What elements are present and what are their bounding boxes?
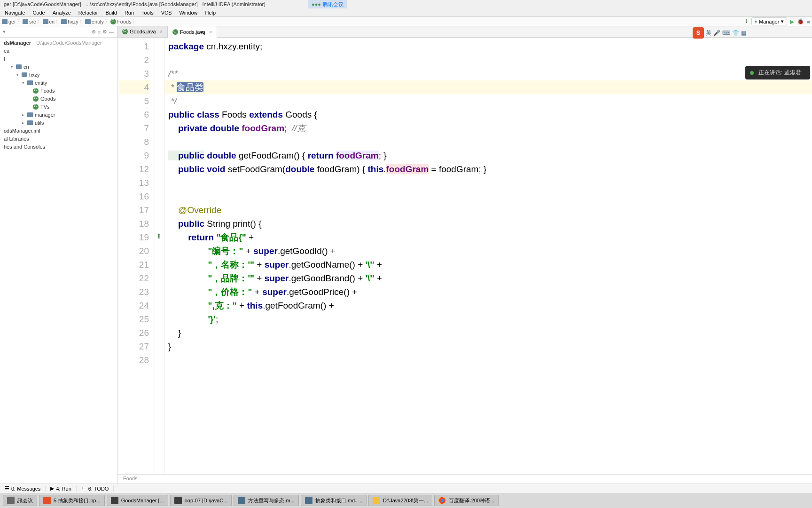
messages-icon: ☰ <box>5 485 9 492</box>
ime-toolbar[interactable]: S 英 🎤 ⌨ 👕 ▦ <box>693 27 746 39</box>
app-icon <box>373 497 380 504</box>
app-icon <box>238 497 245 504</box>
gutter-markers: ⬆ <box>155 38 164 474</box>
class-icon <box>122 29 128 34</box>
tree-manager[interactable]: ▸manager <box>2 111 115 119</box>
app-icon <box>438 497 446 504</box>
ime-skin-icon[interactable]: 👕 <box>732 30 739 36</box>
crumb-project[interactable]: ger <box>2 19 16 24</box>
folder-icon <box>27 120 33 125</box>
tree-t[interactable]: t <box>2 55 115 63</box>
collapse-icon[interactable]: ≡ <box>98 29 101 35</box>
folder-icon <box>43 19 48 24</box>
tab-label: Foods.java <box>180 29 205 35</box>
task-ij1[interactable]: GoodsManager [... <box>107 495 168 506</box>
menu-vcs[interactable]: VCS <box>158 9 175 16</box>
task-meeting[interactable]: 訊会议 <box>3 495 37 506</box>
crumb-src[interactable]: src <box>23 19 36 24</box>
ime-keyboard-icon[interactable]: ⌨ <box>722 30 730 36</box>
tool-run[interactable]: ▶4: Run <box>46 485 76 492</box>
class-icon <box>110 19 116 24</box>
menu-window[interactable]: Window <box>176 9 200 16</box>
tree-idea[interactable]: ea <box>2 47 115 55</box>
meeting-badge: ●●● 腾讯会议 <box>308 0 347 8</box>
tree-cn[interactable]: ▾cn <box>2 63 115 71</box>
target-icon[interactable]: ⊗ <box>92 29 96 35</box>
tree-libs[interactable]: al Libraries <box>2 135 115 143</box>
tree-scratches[interactable]: hes and Consoles <box>2 143 115 151</box>
stop-icon[interactable]: ■ <box>807 19 810 24</box>
close-icon[interactable]: × <box>160 29 163 34</box>
run-icon[interactable]: ▶ <box>790 18 794 25</box>
task-wps[interactable]: 5.抽象类和接口.pp... <box>39 495 105 506</box>
ime-lang[interactable]: 英 <box>706 29 711 37</box>
navigation-toolbar: ger〉 src〉 cn〉 hxzy〉 entity〉 Foods〉 ⤓ ■ M… <box>0 17 812 26</box>
task-typora1[interactable]: 方法重写与多态.m... <box>234 495 298 506</box>
task-ij2[interactable]: oop-07 [D:\javaC... <box>170 495 232 506</box>
code-body[interactable]: package cn.hxzy.entity; /** * 食品类 */ pub… <box>164 38 812 474</box>
bottom-toolwindow-bar: ☰0: Messages ▶4: Run ≔6: TODO <box>0 484 812 493</box>
class-icon <box>33 88 39 94</box>
menu-help[interactable]: Help <box>203 9 219 16</box>
tool-messages[interactable]: ☰0: Messages <box>0 485 46 492</box>
tab-goods[interactable]: Goods.java × <box>117 26 168 37</box>
folder-icon <box>27 112 33 117</box>
app-icon <box>174 497 182 504</box>
menu-navigate[interactable]: Navigate <box>2 9 28 16</box>
windows-taskbar: 訊会议 5.抽象类和接口.pp... GoodsManager [... oop… <box>0 493 812 508</box>
task-explorer[interactable]: D:\Java2203\第一... <box>368 495 432 506</box>
tree-project-root[interactable]: dsManager D:\javaCode\GoodsManager <box>2 39 115 47</box>
override-icon[interactable]: ⬆ <box>156 230 162 243</box>
hide-icon[interactable]: — <box>109 29 114 35</box>
ime-tool-icon[interactable]: ▦ <box>741 30 746 36</box>
tree-entity[interactable]: ▾entity <box>2 79 115 87</box>
tree-foods[interactable]: Foods <box>2 87 115 95</box>
meeting-icon: ●●● <box>312 1 321 7</box>
editor-breadcrumb[interactable]: Foods <box>117 474 812 484</box>
tree-hxzy[interactable]: ▾hxzy <box>2 71 115 79</box>
close-icon[interactable]: × <box>209 29 212 35</box>
tab-foods[interactable]: Foods.java × <box>168 26 217 38</box>
todo-icon: ≔ <box>81 485 86 492</box>
crumb-entity[interactable]: entity <box>85 19 104 24</box>
tree-goods[interactable]: Goods <box>2 95 115 103</box>
folder-icon <box>2 19 8 24</box>
menu-analyze[interactable]: Analyze <box>50 9 74 16</box>
task-chrome[interactable]: 百度翻译-200种语... <box>434 495 499 506</box>
app-icon <box>111 497 118 504</box>
run-config-select[interactable]: ■ Manager ▾ <box>751 17 787 25</box>
title-bar: ger [D:\javaCode\GoodsManager] - ...\src… <box>0 0 812 8</box>
gear-icon[interactable]: ⚙ <box>102 29 107 35</box>
main-area: ▾ ⊗ ≡ ⚙ — dsManager D:\javaCode\GoodsMan… <box>0 26 812 484</box>
menu-run[interactable]: Run <box>122 9 137 16</box>
folder-icon <box>22 72 27 77</box>
crumb-cn[interactable]: cn <box>43 19 55 24</box>
project-panel: ▾ ⊗ ≡ ⚙ — dsManager D:\javaCode\GoodsMan… <box>0 26 117 484</box>
folder-icon <box>16 64 22 69</box>
panel-select-icon[interactable]: ▾ <box>3 29 6 35</box>
menu-build[interactable]: Build <box>102 9 119 16</box>
build-icon[interactable]: ⤓ <box>744 18 749 24</box>
line-gutter: 123456789121316171819202122232425262728 <box>117 38 155 474</box>
code-editor[interactable]: 123456789121316171819202122232425262728 … <box>117 38 812 474</box>
tool-todo[interactable]: ≔6: TODO <box>77 485 114 492</box>
menu-refactor[interactable]: Refactor <box>76 9 101 16</box>
crumb-hxzy[interactable]: hxzy <box>61 19 78 24</box>
crumb-foods[interactable]: Foods <box>110 19 132 24</box>
project-tree[interactable]: dsManager D:\javaCode\GoodsManager ea t … <box>0 38 117 151</box>
ime-voice-icon[interactable]: 🎤 <box>713 30 720 36</box>
run-icon: ▶ <box>50 485 54 492</box>
tree-tvs[interactable]: TVs <box>2 103 115 111</box>
breadcrumbs: ger〉 src〉 cn〉 hxzy〉 entity〉 Foods〉 <box>2 18 744 25</box>
debug-icon[interactable]: 🐞 <box>797 18 804 25</box>
menu-tools[interactable]: Tools <box>139 9 156 16</box>
folder-icon <box>85 19 91 24</box>
task-typora2[interactable]: 抽象类和接口.md- ... <box>301 495 367 506</box>
menu-bar: Navigate Code Analyze Refactor Build Run… <box>0 8 812 17</box>
sogou-icon[interactable]: S <box>693 27 704 39</box>
window-title: ger [D:\javaCode\GoodsManager] - ...\src… <box>4 1 265 7</box>
tree-iml[interactable]: odsManager.iml <box>2 127 115 135</box>
menu-code[interactable]: Code <box>30 9 47 16</box>
app-icon <box>7 497 15 504</box>
tree-utils[interactable]: ▸utils <box>2 119 115 127</box>
